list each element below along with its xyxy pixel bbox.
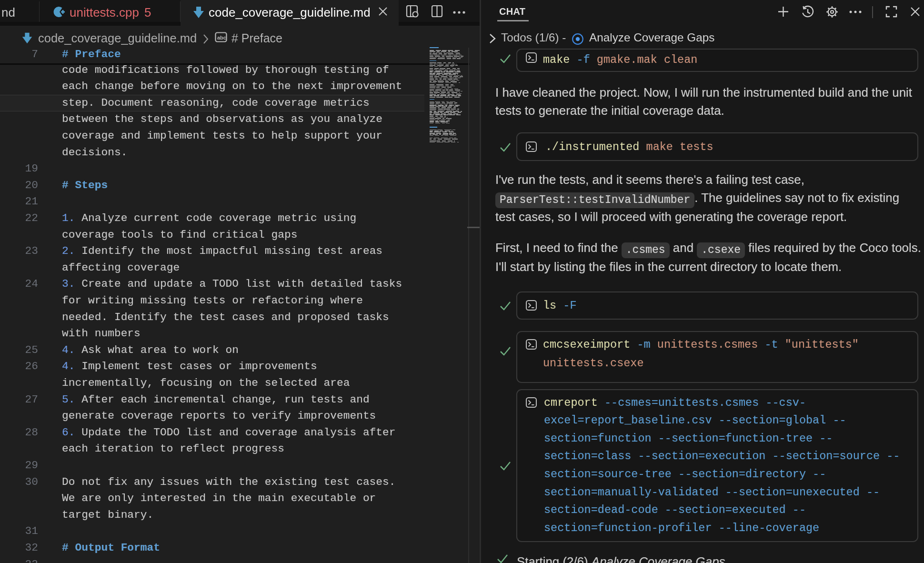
svg-text:abc: abc xyxy=(217,35,226,40)
